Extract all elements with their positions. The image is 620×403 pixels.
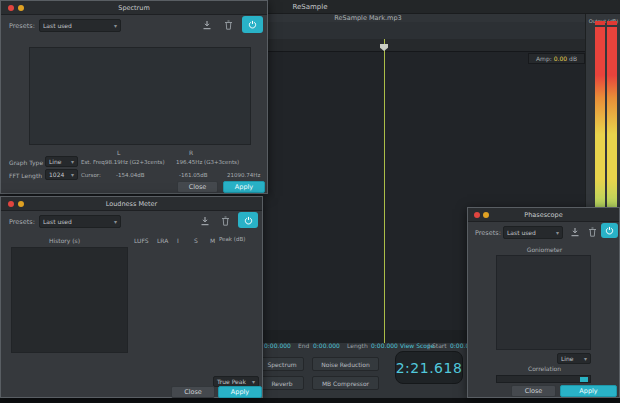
spectrum-plot[interactable] <box>29 47 251 145</box>
save-icon <box>200 216 210 226</box>
presets-value: Last used <box>507 229 536 236</box>
spectrogram-strip[interactable] <box>0 398 620 403</box>
presets-dropdown[interactable]: Last used▾ <box>39 215 121 228</box>
graph-type-value: Line <box>49 158 62 165</box>
trash-icon <box>224 20 233 30</box>
goniometer-display <box>496 255 591 350</box>
est-freq-right-value: 196.45Hz (G3+3cents) <box>176 160 239 166</box>
apply-button[interactable]: Apply <box>560 385 617 397</box>
chevron-down-icon: ▾ <box>114 22 117 29</box>
close-window-button[interactable] <box>8 5 14 11</box>
presets-dropdown[interactable]: Last used▾ <box>39 19 121 32</box>
cursor-freq-value: 21090.74Hz <box>227 173 260 179</box>
minimize-window-button[interactable] <box>18 5 24 11</box>
close-button[interactable]: Close <box>171 386 215 398</box>
close-button[interactable]: Close <box>177 181 218 193</box>
cursor-label: Cursor: <box>81 173 101 179</box>
lra-header: LRA <box>157 238 168 244</box>
display-mode-value: Line <box>561 355 574 362</box>
i-header: I <box>177 238 179 244</box>
delete-preset-button[interactable] <box>222 19 234 31</box>
amp-readout: Amp:0.00dB <box>528 53 585 64</box>
delete-preset-button[interactable] <box>219 215 231 227</box>
save-icon <box>570 227 580 237</box>
status-start-value: 0:00.000 <box>264 343 291 349</box>
spectrum-title: Spectrum <box>118 4 150 12</box>
presets-label: Presets: <box>9 218 35 226</box>
minimize-window-button[interactable] <box>18 201 24 207</box>
file-tab[interactable]: ReSample Mark.mp3 <box>268 14 468 22</box>
chevron-down-icon: ▾ <box>114 218 117 225</box>
status-length-label: Length <box>347 343 368 349</box>
loudness-titlebar[interactable]: Loudness Meter <box>1 197 262 211</box>
fft-length-value: 1024 <box>49 171 64 178</box>
s-header: S <box>194 238 198 244</box>
plugin-button-spectrum[interactable]: Spectrum <box>260 357 304 371</box>
presets-dropdown[interactable]: Last used▾ <box>503 226 563 239</box>
m-header: M <box>210 238 215 244</box>
close-window-button[interactable] <box>8 201 14 207</box>
power-icon <box>248 20 257 29</box>
cursor-left-value: -154.04dB <box>116 173 145 179</box>
save-preset-button[interactable] <box>199 215 211 227</box>
save-preset-button[interactable] <box>201 19 213 31</box>
minimize-window-button[interactable] <box>483 212 489 218</box>
time-display-value: 2:21.618 <box>396 360 463 376</box>
clip-indicator-left[interactable] <box>595 21 605 25</box>
presets-value: Last used <box>43 22 72 29</box>
correlation-label: Correlation <box>468 366 620 372</box>
phasescope-titlebar[interactable]: Phasescope <box>468 208 619 222</box>
close-window-button[interactable] <box>474 212 480 218</box>
presets-label: Presets: <box>475 229 501 237</box>
plugin-button-reverb[interactable]: Reverb <box>260 376 304 390</box>
playhead-line <box>384 39 385 343</box>
chevron-down-icon: ▾ <box>584 355 587 362</box>
amp-label: Amp: <box>536 55 552 62</box>
chevron-down-icon: ▾ <box>556 229 559 236</box>
lufs-header: LUFS <box>134 238 149 244</box>
save-preset-button[interactable] <box>569 226 581 238</box>
save-icon <box>202 20 212 30</box>
peak-header: Peak (dB) <box>219 237 245 243</box>
loudness-panel: Loudness Meter Presets: Last used▾ Histo… <box>0 196 263 398</box>
bypass-power-button[interactable] <box>238 212 258 228</box>
bypass-power-button[interactable] <box>601 223 618 238</box>
chevron-down-icon: ▾ <box>71 158 74 165</box>
spectrum-titlebar[interactable]: Spectrum <box>1 1 267 15</box>
display-mode-dropdown[interactable]: Line▾ <box>557 353 591 364</box>
presets-label: Presets: <box>9 22 35 30</box>
fft-length-label: FFT Length <box>9 173 42 179</box>
channel-left-label: L <box>117 150 120 156</box>
clip-indicator-right[interactable] <box>607 21 617 25</box>
power-icon <box>244 216 253 225</box>
detector-mode-value: True Peak <box>217 378 246 385</box>
status-end-label: End <box>298 343 309 349</box>
goniometer-label: Goniometer <box>468 247 620 253</box>
fft-length-dropdown[interactable]: 1024▾ <box>45 169 78 180</box>
est-freq-left-value: 98.19Hz (G2+3cents) <box>105 160 165 166</box>
trash-icon <box>588 227 597 237</box>
history-plot <box>11 247 128 353</box>
plugin-button-noise-reduction[interactable]: Noise Reduction <box>312 357 379 371</box>
correlation-value-marker <box>580 377 588 382</box>
apply-button[interactable]: Apply <box>223 181 265 193</box>
history-label: History (s) <box>49 238 80 244</box>
presets-value: Last used <box>43 218 72 225</box>
close-button[interactable]: Close <box>511 385 556 397</box>
amp-value: 0.00 <box>554 55 567 62</box>
spectrum-panel: Spectrum Presets: Last used▾ L R Graph T… <box>0 0 268 194</box>
trash-icon <box>221 216 230 226</box>
phasescope-panel: Phasescope Presets: Last used▾ Goniomete… <box>467 207 620 398</box>
status-length-value: 0:00.000 <box>371 343 398 349</box>
channel-right-label: R <box>189 150 193 156</box>
plugin-button-mb-compressor[interactable]: MB Compressor <box>312 376 379 390</box>
bypass-power-button[interactable] <box>242 16 263 33</box>
apply-button[interactable]: Apply <box>218 386 262 398</box>
graph-type-dropdown[interactable]: Line▾ <box>45 156 78 167</box>
power-icon <box>605 226 614 235</box>
status-end-value: 0:00.000 <box>313 343 340 349</box>
est-freq-label: Est. Freq: <box>81 160 107 166</box>
status-start2-label: Start <box>432 343 447 349</box>
delete-preset-button[interactable] <box>586 226 598 238</box>
chevron-down-icon: ▾ <box>252 378 255 385</box>
